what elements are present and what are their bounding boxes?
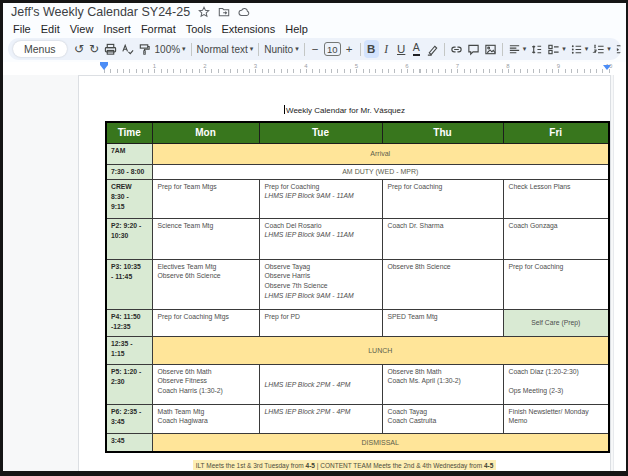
- time-cell[interactable]: P6: 2:35 - 3:45: [106, 404, 152, 433]
- underline-button[interactable]: U: [394, 40, 409, 58]
- zoom-select[interactable]: 100%▾: [153, 40, 188, 58]
- column-header-tue[interactable]: Tue: [259, 122, 382, 143]
- link-button[interactable]: [448, 40, 465, 58]
- schedule-cell[interactable]: Coach Dr. Sharma: [382, 218, 503, 259]
- menu-item-tools[interactable]: Tools: [181, 23, 217, 35]
- vertical-scrollbar[interactable]: [613, 75, 626, 471]
- time-cell[interactable]: 7:30 - 8:00: [106, 164, 152, 179]
- schedule-cell[interactable]: Finish Newsletter/ Monday Memo: [503, 404, 609, 433]
- comment-button[interactable]: [465, 40, 482, 58]
- toolbar-separator: [502, 43, 503, 56]
- table-row: 7:30 - 8:00AM DUTY (WED - MPR): [106, 164, 609, 179]
- menu-item-help[interactable]: Help: [280, 23, 313, 35]
- schedule-cell[interactable]: Self Care (Prep): [503, 309, 609, 336]
- cloud-status-icon[interactable]: [237, 6, 250, 19]
- column-header-thu[interactable]: Thu: [382, 122, 503, 143]
- style-select[interactable]: Normal text▾: [195, 40, 256, 58]
- bullet-list-icon: [570, 43, 583, 56]
- time-cell[interactable]: P2: 9:20 - 10:30: [106, 218, 152, 259]
- schedule-cell[interactable]: Coach Del RosarioLHMS IEP Block 9AM - 11…: [259, 218, 382, 259]
- move-folder-icon[interactable]: [217, 6, 230, 19]
- menu-item-view[interactable]: View: [65, 23, 99, 35]
- schedule-cell[interactable]: LHMS IEP Block 2PM - 4PM: [259, 364, 382, 404]
- schedule-cell[interactable]: SPED Team Mtg: [382, 309, 503, 336]
- footer-text-segment: 4-5: [484, 461, 493, 468]
- weekly-calendar-table[interactable]: TimeMonTueThuFri7AMArrival7:30 - 8:00AM …: [105, 121, 610, 453]
- schedule-cell[interactable]: Electives Team MtgObserve 6th Science: [152, 259, 259, 309]
- schedule-cell[interactable]: Coach Gonzaga: [503, 218, 609, 259]
- document-heading[interactable]: Weekly Calendar for Mr. Vásquez: [79, 105, 610, 115]
- time-cell[interactable]: CREW 8:30 - 9:15: [106, 179, 152, 218]
- table-row: 7AMArrival: [106, 143, 609, 164]
- ruler-number: 2: [203, 63, 206, 69]
- column-header-mon[interactable]: Mon: [152, 122, 259, 143]
- schedule-cell[interactable]: Coach TayagCoach Castruita: [382, 404, 503, 433]
- redo-button[interactable]: ↻: [87, 40, 102, 58]
- menu-item-file[interactable]: File: [8, 23, 36, 35]
- line-spacing-icon: [530, 43, 543, 56]
- time-cell[interactable]: 7AM: [106, 143, 152, 164]
- schedule-cell[interactable]: Coach Diaz (1:20-2:30) Ops Meeting (2-3): [503, 364, 609, 404]
- indent-button[interactable]: [613, 40, 621, 58]
- schedule-cell[interactable]: Observe TayagObserve HarrisObserve 7th S…: [259, 259, 382, 309]
- text-color-button[interactable]: A: [409, 40, 424, 58]
- ruler-number: 9: [557, 63, 560, 69]
- paint-format-icon: [138, 43, 151, 56]
- time-cell[interactable]: P3: 10:35 - 11:45: [106, 259, 152, 309]
- footer-note[interactable]: ILT Meets the 1st & 3rd Tuesday from 4-5…: [79, 461, 610, 468]
- line-spacing-button[interactable]: [528, 40, 545, 58]
- bullet-list-button[interactable]: ▾: [568, 40, 591, 58]
- banner-cell[interactable]: AM DUTY (WED - MPR): [152, 164, 609, 179]
- bold-button[interactable]: B: [364, 40, 379, 58]
- undo-icon: ↺: [74, 42, 84, 56]
- checklist-button[interactable]: ▾: [545, 40, 568, 58]
- document-name[interactable]: Jeff's Weekly Calendar SY24-25: [11, 5, 190, 19]
- star-icon[interactable]: [197, 6, 210, 19]
- banner-cell[interactable]: Arrival: [152, 143, 609, 164]
- schedule-cell[interactable]: Prep for CoachingLHMS IEP Block 9AM - 11…: [259, 179, 382, 218]
- menu-item-extensions[interactable]: Extensions: [216, 23, 280, 35]
- schedule-cell[interactable]: Prep for PD: [259, 309, 382, 336]
- paint-format-button[interactable]: [136, 40, 153, 58]
- schedule-cell[interactable]: Math Team MtgCoach Hagiwara: [152, 404, 259, 433]
- schedule-cell[interactable]: Prep for Team Mtgs: [152, 179, 259, 218]
- schedule-cell[interactable]: Observe 6th MathObserve FitnessCoach Har…: [152, 364, 259, 404]
- time-cell[interactable]: 12:35 - 1:15: [106, 336, 152, 364]
- right-indent-marker[interactable]: [603, 65, 611, 74]
- schedule-cell[interactable]: Prep for Coaching Mtgs: [152, 309, 259, 336]
- numbered-list-button[interactable]: ▾: [590, 40, 613, 58]
- menus-button[interactable]: Menus: [13, 41, 67, 57]
- font-select[interactable]: Nunito▾: [262, 40, 300, 58]
- image-button[interactable]: [482, 40, 499, 58]
- menu-item-edit[interactable]: Edit: [36, 23, 65, 35]
- column-header-fri[interactable]: Fri: [503, 122, 609, 143]
- schedule-cell[interactable]: Prep for Coaching: [503, 259, 609, 309]
- highlighter-button[interactable]: [424, 40, 441, 58]
- undo-button[interactable]: ↺: [72, 40, 87, 58]
- schedule-cell[interactable]: Observe 8th Science: [382, 259, 503, 309]
- schedule-cell[interactable]: LHMS IEP Block 2PM - 4PM: [259, 404, 382, 433]
- schedule-cell[interactable]: Prep for Coaching: [382, 179, 503, 218]
- italic-button[interactable]: I: [379, 40, 394, 58]
- toolbar-separator: [258, 43, 259, 56]
- font-size-increase[interactable]: +: [342, 40, 357, 58]
- time-cell[interactable]: 3:45: [106, 433, 152, 452]
- menu-item-insert[interactable]: Insert: [98, 23, 136, 35]
- schedule-cell[interactable]: Science Team Mtg: [152, 218, 259, 259]
- banner-cell[interactable]: DISMISSAL: [152, 433, 609, 452]
- left-indent-marker[interactable]: [100, 65, 108, 74]
- schedule-cell[interactable]: Observe 8th MathCoach Ms. April (1:30-2): [382, 364, 503, 404]
- menu-item-format[interactable]: Format: [136, 23, 181, 35]
- document-page[interactable]: Weekly Calendar for Mr. Vásquez TimeMonT…: [78, 75, 611, 471]
- print-button[interactable]: [102, 40, 119, 58]
- comment-icon: [467, 43, 480, 56]
- font-size-decrease[interactable]: −: [308, 40, 323, 58]
- time-cell[interactable]: P4: 11:50 -12:35: [106, 309, 152, 336]
- time-cell[interactable]: P5: 1:20 - 2:30: [106, 364, 152, 404]
- spellcheck-button[interactable]: [119, 40, 136, 58]
- font-size-input[interactable]: 10: [324, 42, 341, 56]
- column-header-time[interactable]: Time: [106, 122, 152, 143]
- align-button[interactable]: ▾: [506, 40, 529, 58]
- schedule-cell[interactable]: Check Lesson Plans: [503, 179, 609, 218]
- banner-cell[interactable]: LUNCH: [152, 336, 609, 364]
